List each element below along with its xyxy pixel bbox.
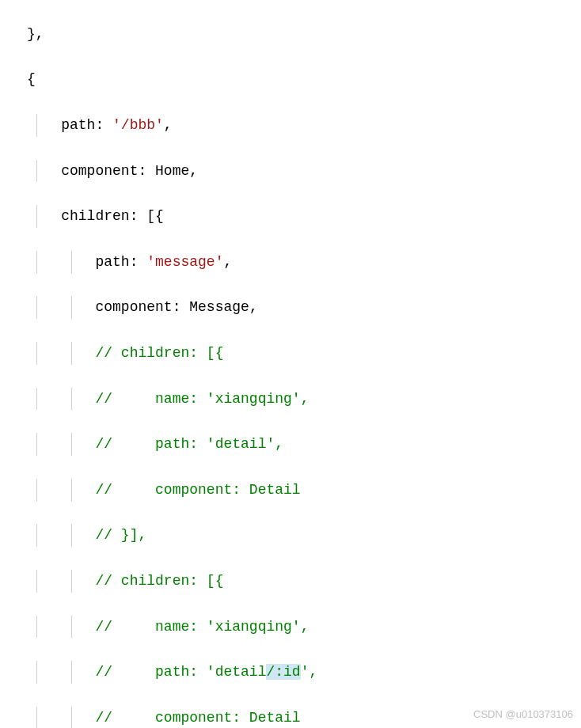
brace-open: { (27, 71, 36, 87)
code-line: path: 'message', (8, 251, 573, 274)
colon: : (95, 117, 112, 133)
string-value: '/bbb' (112, 117, 164, 133)
property: component (95, 299, 172, 315)
comment-highlighted: /:id (266, 664, 300, 680)
property: component (61, 163, 138, 179)
code-line: // children: [{ (8, 570, 573, 593)
bracket-open: [{ (146, 208, 164, 224)
code-line: // path: 'detail/:id', (8, 661, 573, 684)
code-line: // component: Detail (8, 479, 573, 502)
colon: : (130, 254, 147, 270)
comment: // }], (95, 527, 146, 543)
code-line: }, (8, 23, 573, 46)
comma: , (249, 299, 258, 315)
comma: , (223, 254, 232, 270)
code-editor: }, { path: '/bbb', component: Home, chil… (0, 0, 581, 728)
property: path (95, 254, 129, 270)
comma: , (189, 163, 198, 179)
code-line: path: '/bbb', (8, 114, 573, 137)
code-line: { (8, 68, 573, 91)
comment: // name: 'xiangqing', (95, 391, 309, 407)
comment: // children: [{ (95, 573, 223, 589)
code-line: // children: [{ (8, 342, 573, 365)
comment: // path: 'detail', (95, 436, 283, 452)
identifier: Home (155, 163, 189, 179)
code-line: // name: 'xiangqing', (8, 388, 573, 411)
code-line: component: Message, (8, 296, 573, 319)
code-line: // }], (8, 524, 573, 547)
watermark: CSDN @u010373106 (473, 707, 573, 723)
comment: // path: 'detail (95, 664, 266, 680)
code-line: children: [{ (8, 205, 573, 228)
code-line: // path: 'detail', (8, 433, 573, 456)
identifier: Message (189, 299, 249, 315)
punctuation: }, (27, 26, 44, 42)
string-value: 'message' (146, 254, 223, 270)
property: children (61, 208, 129, 224)
colon: : (130, 208, 147, 224)
comment: // name: 'xiangqing', (95, 619, 309, 635)
comment: // component: Detail (95, 482, 300, 498)
comment: ', (301, 664, 318, 680)
code-line: component: Home, (8, 160, 573, 183)
colon: : (173, 299, 190, 315)
comment: // children: [{ (95, 345, 223, 361)
comma: , (164, 117, 173, 133)
code-line: // name: 'xiangqing', (8, 616, 573, 639)
comment: // component: Detail (95, 710, 300, 726)
property: path (61, 117, 95, 133)
colon: : (138, 163, 155, 179)
